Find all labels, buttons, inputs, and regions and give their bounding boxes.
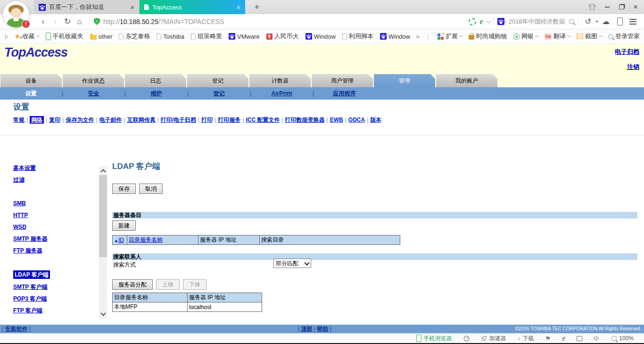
overflow-dots-icon[interactable]: ⋮ (422, 33, 434, 40)
cloud-sync-icon[interactable]: ☁ (602, 18, 610, 25)
new-button[interactable]: 新建 (112, 220, 136, 231)
search-engine-dropdown-icon[interactable] (504, 19, 507, 22)
sidebar-item-basic-settings[interactable]: 基本设置 (13, 164, 36, 172)
download-arrow-icon: ↓ (518, 335, 520, 342)
browser-tab-strip: 百度一下，你就知道 × TopAccess × + × (0, 0, 644, 14)
save-button[interactable]: 保存 (112, 184, 136, 194)
speed-mode-icon[interactable] (469, 18, 476, 25)
login-manager-button[interactable]: 登录管家 (605, 32, 643, 41)
separator: | (2, 326, 3, 332)
scrollbar-thumb[interactable] (99, 175, 107, 257)
install-software-link[interactable]: 安装软件 (5, 326, 27, 332)
subnav-setup-current[interactable]: 设置 (0, 90, 62, 98)
sidebar-item-wsd[interactable]: WSD (13, 223, 26, 231)
sort-ascending-icon[interactable]: ▲ (114, 238, 118, 243)
send-to-phone-icon[interactable] (617, 17, 623, 25)
sidebar-item-ftp-server[interactable]: FTP 服务器 (13, 247, 42, 254)
home-button[interactable]: ⌂ (74, 17, 86, 26)
collapse-sidebar-icon[interactable]: |› (2, 33, 11, 40)
bookmark-script[interactable]: 利用脚本 (339, 32, 377, 41)
sidebar-item-http[interactable]: HTTP (13, 211, 28, 219)
scroll-up-icon[interactable] (100, 169, 106, 174)
banking-button[interactable]: ¥网银 (510, 32, 541, 41)
history-dropdown-icon[interactable] (595, 21, 598, 23)
forward-button[interactable]: › (49, 17, 61, 26)
cancel-button[interactable]: 取消 (139, 184, 163, 194)
close-window-button[interactable]: × (629, 0, 642, 14)
bookmark-window-1[interactable]: Window (302, 33, 339, 40)
translate-button[interactable]: Aa翻译 (541, 32, 573, 41)
sidebar-item-smtp-server[interactable]: SMTP 服务器 (13, 235, 47, 243)
separator: | (46, 117, 47, 123)
search-input[interactable]: 2016年中国经济数据 (509, 17, 565, 26)
zoom-control[interactable]: 100% (611, 335, 634, 342)
restore-button[interactable] (615, 0, 628, 14)
speed-test-button[interactable] (463, 336, 470, 342)
mode-dropdown-icon[interactable] (486, 18, 491, 23)
move-up-button[interactable]: 上移 (156, 279, 180, 290)
refresh-button[interactable]: ↻ (61, 17, 74, 26)
bookmark-mobile-folder[interactable]: 手机收藏夹 (42, 32, 87, 41)
link-general[interactable]: 常规 (13, 117, 25, 123)
bookmark-vmware[interactable]: VMware (225, 33, 263, 40)
favorites-menu[interactable]: ★+ 收藏 (11, 32, 42, 41)
sidebar-item-pop3-client[interactable]: POP3 客户端 (13, 295, 47, 302)
main-content: LDAP 客户端 保存 取消 服务器条目 新建 ▲ID 目录服务名称 服务器 I… (112, 44, 644, 333)
browser-tab-baidu[interactable]: 百度一下，你就知道 × (34, 0, 140, 14)
sidebar-scrollbar[interactable] (99, 167, 107, 319)
sort-name-link[interactable]: 目录服务名称 (129, 236, 163, 243)
scroll-down-icon[interactable] (100, 310, 106, 316)
window-mode-button[interactable] (577, 336, 582, 341)
browser-tab-topaccess[interactable]: TopAccess × (140, 0, 245, 14)
security-shield-icon[interactable] (94, 18, 100, 25)
minimize-button[interactable] (601, 0, 614, 14)
new-tab-button[interactable]: + (251, 1, 263, 13)
mobile-browser-button[interactable]: 手机浏览器 (416, 335, 452, 343)
undo-history-button[interactable]: ↺ (585, 18, 591, 25)
sidebar-item-smb[interactable]: SMB (13, 200, 26, 207)
menu-icon[interactable] (629, 21, 636, 22)
back-button[interactable]: ‹ (37, 17, 49, 26)
link-copy[interactable]: 复印 (49, 117, 60, 123)
bookmark-window-2[interactable]: Window (377, 33, 413, 40)
help-link[interactable]: 帮助 (317, 326, 328, 332)
ie-mode-icon[interactable]: e (480, 18, 483, 25)
table-row[interactable]: 本地MFP localhost (113, 302, 262, 312)
report-button[interactable]: ⚑ (545, 335, 551, 342)
more-bookmarks-icon[interactable]: » (413, 33, 422, 40)
move-down-button[interactable]: 下移 (183, 279, 206, 290)
divider (494, 17, 494, 26)
tab-device[interactable]: 设备 (0, 74, 62, 87)
sidebar-item-filter[interactable]: 过滤 (13, 176, 25, 184)
bookmark-gpo[interactable]: 组策略里 (188, 32, 225, 41)
theme-button[interactable] (586, 0, 599, 14)
link-save-as-file[interactable]: 保存为文件 (66, 117, 94, 123)
shopping-button[interactable]: 时尚城购物 (465, 32, 510, 41)
server-assign-button[interactable]: 服务器分配 (112, 279, 153, 290)
close-tab-icon[interactable]: × (130, 4, 134, 11)
accelerator-button[interactable]: 加速器 (481, 335, 506, 343)
sidebar-item-smtp-client[interactable]: SMTP 客户端 (13, 283, 47, 291)
bookmark-other[interactable]: other (87, 33, 116, 40)
sidebar-item-ldap-client-selected[interactable]: LDAP 客户端 (13, 270, 50, 279)
search-icon[interactable] (569, 19, 574, 24)
close-icon: × (633, 2, 638, 12)
baidu-search-icon[interactable] (497, 18, 504, 25)
extensions-button[interactable]: 扩展 (434, 32, 465, 41)
sort-id-link[interactable]: ID (118, 237, 124, 243)
link-network-selected[interactable]: 网络 (30, 116, 44, 124)
top-link[interactable]: 顶部 (301, 326, 312, 332)
bookmark-toshiba[interactable]: Toshiba (153, 33, 188, 40)
screenshot-button[interactable]: 截图 (573, 32, 605, 41)
sidebar-item-ftp-client[interactable]: FTP 客户端 (13, 307, 42, 314)
url-text[interactable]: http://10.188.50.25/?MAIN=TOPACCESS (103, 18, 224, 25)
mute-button[interactable] (594, 336, 600, 341)
download-button[interactable]: ↓ 下载 (518, 335, 534, 343)
chevron-down-icon (535, 34, 538, 37)
bookmark-rmb[interactable]: 9人民币大 (263, 32, 302, 41)
ie-kernel-button[interactable]: e (562, 335, 565, 342)
close-tab-icon[interactable]: × (236, 4, 240, 11)
search-method-select[interactable]: 部分匹配 (273, 259, 311, 268)
bookmark-toshiba-cn[interactable]: 东芝泰格 (116, 32, 153, 41)
user-avatar[interactable]: ! (3, 1, 30, 29)
